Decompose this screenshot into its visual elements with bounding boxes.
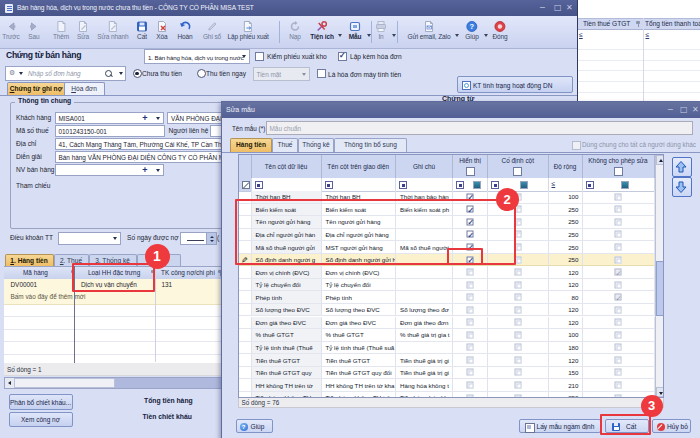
column-header-ma-hang[interactable]: Mã hàng bbox=[23, 269, 48, 276]
column-header-checkbox[interactable] bbox=[513, 167, 522, 176]
cell-name[interactable]: % thuế GTGT bbox=[252, 329, 322, 342]
show-checkbox[interactable] bbox=[467, 382, 474, 389]
show-checkbox[interactable] bbox=[467, 344, 474, 351]
cell-lock-checkbox[interactable] bbox=[583, 354, 655, 367]
spin-up-icon[interactable] bbox=[210, 236, 214, 238]
dialog-grid-row[interactable]: Tỷ lệ chuyển đổiTỷ lệ chuyển đổi120 bbox=[239, 279, 655, 292]
filter-icon[interactable] bbox=[491, 181, 499, 189]
cell-name[interactable]: Tỷ lệ tính thuế (Thuế bbox=[252, 342, 322, 355]
cell-fixed-checkbox[interactable] bbox=[488, 304, 549, 317]
filter-value-icon[interactable] bbox=[520, 181, 528, 189]
toolbar-button-doc-export[interactable]: Lập phiếu xuất bbox=[227, 19, 268, 40]
cell-show-checkbox[interactable] bbox=[453, 291, 488, 304]
chevron-down-icon[interactable] bbox=[19, 72, 23, 75]
add-icon[interactable]: + bbox=[142, 165, 147, 175]
column-header-tk-cong-no[interactable]: TK công nợ/chi phí bbox=[161, 269, 215, 276]
cell-width[interactable]: 180 bbox=[549, 342, 583, 355]
cell-ui[interactable]: Phép tính bbox=[322, 291, 397, 304]
chevron-down-icon[interactable] bbox=[455, 34, 459, 37]
column-header-vat-amount[interactable]: Tiền thuế GTGT bbox=[583, 20, 630, 27]
toolbar-button-doc-delete[interactable]: Xóa bbox=[156, 19, 169, 40]
cell-name[interactable]: Đơn giá theo ĐVC bbox=[252, 317, 322, 330]
column-header[interactable]: Tên cột dữ liệu bbox=[252, 155, 322, 178]
chevron-down-icon[interactable] bbox=[156, 117, 160, 120]
filter-icon[interactable] bbox=[399, 181, 407, 189]
toolbar-button-doc-new[interactable]: Thêm bbox=[53, 19, 69, 40]
cell-show-checkbox[interactable] bbox=[453, 379, 488, 392]
column-header-total-payment[interactable]: Tổng tiền thanh toán bbox=[645, 20, 700, 27]
cash-combo[interactable]: Tiền mặt bbox=[253, 67, 310, 81]
fixed-checkbox[interactable] bbox=[514, 281, 521, 288]
cell-lock-checkbox[interactable] bbox=[583, 342, 655, 355]
tab-chung-tu-ghi-no[interactable]: Chứng từ ghi nợ bbox=[7, 82, 66, 96]
fixed-checkbox[interactable] bbox=[514, 306, 521, 313]
scrollbar-thumb[interactable] bbox=[656, 261, 665, 316]
cell-show-checkbox[interactable] bbox=[453, 342, 488, 355]
filter-operator[interactable]: ≤ bbox=[579, 31, 583, 38]
cell-ui[interactable]: HH không TH trên tờ kha bbox=[322, 379, 397, 392]
chevron-down-icon[interactable] bbox=[156, 169, 160, 172]
picking-checkbox[interactable] bbox=[255, 52, 264, 61]
cell-name[interactable]: Tỷ lệ chuyển đổi bbox=[252, 279, 322, 292]
filter-cell[interactable] bbox=[396, 178, 453, 191]
cell-lock-checkbox[interactable] bbox=[583, 216, 655, 229]
vertical-scrollbar[interactable] bbox=[655, 155, 665, 397]
dialog-grid-row[interactable]: Phép tínhPhép tính80 bbox=[239, 291, 655, 304]
dialog-close-button[interactable]: ✕ bbox=[692, 105, 699, 115]
toolbar-button-pencil[interactable]: Ghi sổ bbox=[203, 19, 221, 40]
customer-code-input[interactable]: MISA001 + bbox=[55, 112, 164, 125]
dialog-grid-row[interactable]: Tiền thuế GTGTTiền thuế GTGTTiền thuế gi… bbox=[239, 354, 655, 367]
lock-checkbox[interactable] bbox=[615, 382, 622, 389]
chevron-down-icon[interactable] bbox=[392, 34, 396, 37]
column-header[interactable]: Không cho phép sửa bbox=[583, 155, 655, 178]
lock-checkbox[interactable] bbox=[615, 356, 622, 363]
cell-show-checkbox[interactable] bbox=[453, 266, 488, 279]
toolbar-button-help[interactable]: ?Giúp bbox=[465, 19, 478, 40]
cell-name[interactable]: HH không TH trên tờ bbox=[252, 379, 322, 392]
cell-name[interactable]: Số lượng theo ĐVC bbox=[252, 304, 322, 317]
toolbar-button-save[interactable]: Cất bbox=[136, 19, 149, 40]
maximize-button[interactable]: □ bbox=[554, 3, 562, 13]
add-icon[interactable]: + bbox=[142, 113, 147, 123]
cell-lock-checkbox[interactable] bbox=[583, 317, 655, 330]
cell-fixed-checkbox[interactable] bbox=[488, 279, 549, 292]
employee-input[interactable]: + bbox=[55, 164, 164, 177]
voucher-type-combo[interactable]: 1. Bán hàng hóa, dịch vụ trong nước bbox=[144, 49, 250, 64]
cell-name[interactable]: Đơn vị chính (ĐVC) bbox=[252, 266, 322, 279]
allocate-discount-button[interactable]: Phân bổ chiết khấu... bbox=[9, 394, 73, 410]
filter-icon[interactable] bbox=[586, 181, 594, 189]
dialog-grid-row[interactable]: Tỷ lệ tính thuế (ThuếTỷ lệ tính thuế (Th… bbox=[239, 342, 655, 355]
show-checkbox[interactable] bbox=[467, 281, 474, 288]
cell-note[interactable] bbox=[396, 266, 453, 279]
cell-lock-checkbox[interactable] bbox=[583, 241, 655, 254]
lock-checkbox[interactable] bbox=[615, 319, 622, 326]
cell-lock-checkbox[interactable] bbox=[583, 229, 655, 242]
order-search-input[interactable]: ⚙ Nhập số đơn hàng bbox=[5, 66, 126, 81]
filter-cell[interactable]: ≤ bbox=[549, 178, 583, 191]
chevron-down-icon[interactable] bbox=[119, 72, 123, 75]
show-checkbox[interactable] bbox=[467, 331, 474, 338]
cell-ui[interactable]: Tiền thuế GTGT quy đổi bbox=[322, 367, 397, 380]
dialog-tab-hang-tien[interactable]: Hàng tiền bbox=[230, 138, 272, 153]
filter-icon[interactable] bbox=[456, 181, 464, 189]
cell-width[interactable]: 80 bbox=[549, 291, 583, 304]
filter-cell[interactable] bbox=[239, 178, 252, 191]
lock-checkbox[interactable] bbox=[615, 256, 622, 263]
dialog-grid-row[interactable]: HH không TH trên tờHH không TH trên tờ k… bbox=[239, 379, 655, 392]
filter-cell[interactable] bbox=[252, 178, 322, 191]
cell-lock-checkbox[interactable] bbox=[583, 367, 655, 380]
scroll-up-button[interactable] bbox=[656, 155, 665, 165]
toolbar-button-tools[interactable]: Tiện ích bbox=[310, 19, 334, 40]
cell-width[interactable]: 210 bbox=[549, 379, 583, 392]
cell-width[interactable]: 120 bbox=[549, 266, 583, 279]
fixed-checkbox[interactable] bbox=[514, 319, 521, 326]
cell-width[interactable]: 120 bbox=[549, 354, 583, 367]
lock-checkbox[interactable] bbox=[615, 344, 622, 351]
cell-note[interactable] bbox=[396, 342, 453, 355]
cell-fixed-checkbox[interactable] bbox=[488, 317, 549, 330]
cell-ui[interactable]: Đơn vị chính (ĐVC) bbox=[322, 266, 397, 279]
dialog-tab-thue[interactable]: Thuế bbox=[272, 138, 298, 153]
toolbar-button-email[interactable]: Gửi email, Zalo bbox=[408, 19, 451, 40]
cell-width[interactable]: 250 bbox=[549, 216, 583, 229]
fixed-checkbox[interactable] bbox=[514, 331, 521, 338]
